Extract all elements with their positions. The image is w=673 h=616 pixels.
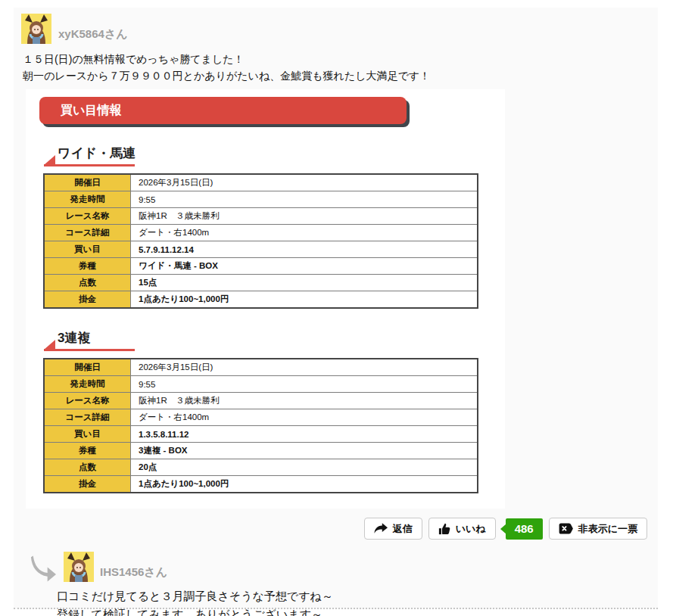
table-row: コース詳細ダート・右1400m xyxy=(44,409,478,426)
comment-card: xyK5864さん １５日(日)の無料情報でめっちゃ勝てました！ 朝一のレースか… xyxy=(14,8,658,609)
row-label: 点数 xyxy=(44,459,131,476)
row-value: 1点あたり100~1,000円 xyxy=(131,291,478,309)
row-value: 15点 xyxy=(131,275,478,291)
like-button[interactable]: いいね xyxy=(428,518,496,540)
row-label: 開催日 xyxy=(44,359,131,376)
thumbs-up-icon xyxy=(438,523,450,535)
table-row: 券種3連複 - BOX xyxy=(44,443,478,459)
table-row: 発走時間9:55 xyxy=(44,191,478,208)
comment-header: xyK5864さん xyxy=(21,14,658,44)
row-value: ワイド・馬連 - BOX xyxy=(131,258,478,275)
reply-icon xyxy=(374,523,388,534)
row-label: 券種 xyxy=(44,258,131,275)
row-label: 券種 xyxy=(44,443,131,459)
row-label: コース詳細 xyxy=(44,225,131,241)
table-row: 買い目5.7.9.11.12.14 xyxy=(44,241,478,258)
hide-vote-button-label: 非表示に一票 xyxy=(578,522,637,536)
row-label: 買い目 xyxy=(44,426,131,443)
row-value: 2026年3月15日(日) xyxy=(131,359,478,376)
table-row: レース名称阪神1R ３歳未勝利 xyxy=(44,208,478,225)
row-value: 3連複 - BOX xyxy=(131,443,478,459)
row-label: 買い目 xyxy=(44,241,131,258)
table-row: レース名称阪神1R ３歳未勝利 xyxy=(44,393,478,409)
section-heading-sanrenpuku: 3連複 xyxy=(44,329,135,351)
row-label: 発走時間 xyxy=(44,191,131,208)
row-value: 20点 xyxy=(131,459,478,476)
comment-line-2: 朝一のレースから７万９９００円とかありがたいね、金鯱賞も獲れたし大満足です！ xyxy=(23,67,658,84)
row-value: 2026年3月15日(日) xyxy=(131,174,478,191)
row-label: 発走時間 xyxy=(44,376,131,393)
reply-comment-header: IHS1456さん xyxy=(30,552,658,582)
reply-button[interactable]: 返信 xyxy=(364,518,422,540)
table-row: 買い目1.3.5.8.11.12 xyxy=(44,426,478,443)
comment-body: １５日(日)の無料情報でめっちゃ勝てました！ 朝一のレースから７万９９００円とか… xyxy=(23,51,658,84)
table-row: 開催日2026年3月15日(日) xyxy=(44,359,478,376)
hide-vote-button[interactable]: 非表示に一票 xyxy=(549,518,647,540)
hide-tag-icon xyxy=(559,523,573,534)
row-value: 9:55 xyxy=(131,191,478,208)
row-value: ダート・右1400m xyxy=(131,225,478,241)
row-label: 開催日 xyxy=(44,174,131,191)
table-row: コース詳細ダート・右1400m xyxy=(44,225,478,241)
reply-user-avatar xyxy=(64,552,94,582)
reply-comment-body: 口コミだけ見てると３月調子良さそうな予想ですね～ 登録して検証してみます、ありが… xyxy=(57,587,658,616)
reply-indicator-arrow-icon xyxy=(30,554,56,582)
reply-button-label: 返信 xyxy=(393,522,413,536)
table-row: 券種ワイド・馬連 - BOX xyxy=(44,258,478,275)
table-row: 開催日2026年3月15日(日) xyxy=(44,174,478,191)
betting-info-block: 買い目情報 ワイド・馬連 開催日2026年3月15日(日) 発走時間9:55 レ… xyxy=(26,89,505,509)
row-label: 掛金 xyxy=(44,476,131,493)
row-value: 1.3.5.8.11.12 xyxy=(131,426,478,443)
table-row: 掛金1点あたり100~1,000円 xyxy=(44,476,478,493)
betting-table-sanrenpuku: 開催日2026年3月15日(日) 発走時間9:55 レース名称阪神1R ３歳未勝… xyxy=(43,358,478,493)
row-label: コース詳細 xyxy=(44,409,131,426)
like-count-badge: 486 xyxy=(506,518,543,540)
like-button-label: いいね xyxy=(456,522,486,536)
row-value: 阪神1R ３歳未勝利 xyxy=(131,393,478,409)
row-label: レース名称 xyxy=(44,208,131,225)
reply-username: IHS1456さん xyxy=(100,565,167,582)
reply-line-1: 口コミだけ見てると３月調子良さそうな予想ですね～ xyxy=(57,587,658,605)
table-row: 掛金1点あたり100~1,000円 xyxy=(44,291,478,309)
row-value: 5.7.9.11.12.14 xyxy=(131,241,478,258)
comment-username: xyK5864さん xyxy=(58,27,128,44)
user-avatar xyxy=(21,14,51,44)
table-row: 点数15点 xyxy=(44,275,478,291)
row-label: 掛金 xyxy=(44,291,131,309)
section-heading-wide-umaren: ワイド・馬連 xyxy=(44,145,135,166)
row-label: レース名称 xyxy=(44,393,131,409)
row-label: 点数 xyxy=(44,275,131,291)
row-value: ダート・右1400m xyxy=(131,409,478,426)
row-value: 阪神1R ３歳未勝利 xyxy=(131,208,478,225)
row-value: 9:55 xyxy=(131,376,478,393)
betting-table-wide-umaren: 開催日2026年3月15日(日) 発走時間9:55 レース名称阪神1R ３歳未勝… xyxy=(43,173,478,309)
row-value: 1点あたり100~1,000円 xyxy=(131,476,478,493)
comment-actions: 返信 いいね 486 非表示に一票 xyxy=(21,518,658,540)
reply-comment: IHS1456さん 口コミだけ見てると３月調子良さそうな予想ですね～ 登録して検… xyxy=(21,552,658,616)
reply-line-2: 登録して検証してみます、ありがとうございます～ xyxy=(57,605,658,616)
comment-line-1: １５日(日)の無料情報でめっちゃ勝てました！ xyxy=(23,51,658,67)
table-row: 点数20点 xyxy=(44,459,478,476)
table-row: 発走時間9:55 xyxy=(44,376,478,393)
betting-info-banner: 買い目情報 xyxy=(39,97,407,124)
